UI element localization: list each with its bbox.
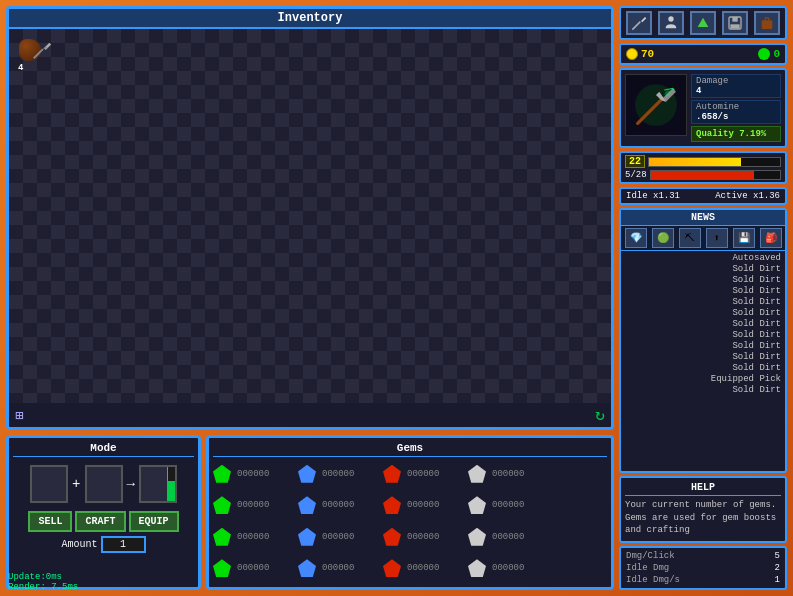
damage-value: 4 xyxy=(696,86,776,96)
gem-count-b2: 000000 xyxy=(322,500,377,510)
xp-level: 22 xyxy=(625,155,645,168)
progress-text: 5/28 xyxy=(625,170,647,180)
active-text: Active x1.36 xyxy=(715,191,780,201)
gem-count-b1: 000000 xyxy=(322,469,377,479)
bag-icon xyxy=(759,15,775,31)
mode-slot-left[interactable] xyxy=(30,465,68,503)
gem-white-3[interactable] xyxy=(468,528,486,546)
news-btn-gem[interactable]: 💎 xyxy=(625,228,647,248)
xp-bar-container: 22 xyxy=(625,155,781,168)
gems-title: Gems xyxy=(213,442,607,457)
news-item-1: Sold Dirt xyxy=(625,264,781,274)
gem-blue-2[interactable] xyxy=(298,496,316,514)
toolbar-person[interactable] xyxy=(658,11,684,35)
render-text: Render: 7.5ms xyxy=(8,582,78,592)
inventory-grid[interactable]: 4 xyxy=(9,29,611,403)
news-btn-circle[interactable]: 🟢 xyxy=(652,228,674,248)
inventory-bottom: ⊞ ↻ xyxy=(9,403,611,427)
sell-button[interactable]: SELL xyxy=(28,511,72,532)
gem-count-w1: 000000 xyxy=(492,469,547,479)
gem-count-g3: 000000 xyxy=(237,532,292,542)
news-item-0: Autosaved xyxy=(625,253,781,263)
news-btn-save[interactable]: 💾 xyxy=(733,228,755,248)
gem-count-b3: 000000 xyxy=(322,532,377,542)
pickaxe-large-icon xyxy=(631,80,681,130)
gem-stat: 0 xyxy=(758,48,780,60)
quality-label: Quality xyxy=(696,129,734,139)
news-btn-pick[interactable]: ⛏ xyxy=(679,228,701,248)
news-item-11: Equipped Pick xyxy=(625,374,781,384)
person-icon xyxy=(663,15,679,31)
bottom-stats: Dmg/Click 5 Idle Dmg 2 Idle Dmg/s 1 xyxy=(619,546,787,590)
gem-row-3: 000000 000000 000000 000000 xyxy=(213,528,607,546)
gem-green-2[interactable] xyxy=(213,496,231,514)
news-item-12: Sold Dirt xyxy=(625,385,781,395)
gem-red-4[interactable] xyxy=(383,559,401,577)
news-item-7: Sold Dirt xyxy=(625,330,781,340)
gem-red-1[interactable] xyxy=(383,465,401,483)
quality-value: 7.19% xyxy=(739,129,766,139)
equip-button[interactable]: EQUIP xyxy=(129,511,179,532)
mode-title: Mode xyxy=(13,442,194,457)
svg-line-0 xyxy=(34,49,43,58)
automine-value: .658/s xyxy=(696,112,776,122)
gem-row-1: 000000 000000 000000 000000 xyxy=(213,465,607,483)
craft-button[interactable]: CRAFT xyxy=(75,511,125,532)
mode-slot-right[interactable] xyxy=(139,465,177,503)
gem-stat-icon xyxy=(758,48,770,60)
toolbar-bag[interactable] xyxy=(754,11,780,35)
news-item-10: Sold Dirt xyxy=(625,363,781,373)
news-btn-up[interactable]: ⬆ xyxy=(706,228,728,248)
mode-buttons: SELL CRAFT EQUIP xyxy=(13,511,194,532)
toolbar-pickaxe[interactable] xyxy=(626,11,652,35)
gem-red-2[interactable] xyxy=(383,496,401,514)
gem-green-4[interactable] xyxy=(213,559,231,577)
gem-count-r3: 000000 xyxy=(407,532,462,542)
mode-arrow-right: → xyxy=(127,476,135,492)
item-display: Damage 4 Automine .658/s Quality 7.19% xyxy=(619,68,787,148)
inventory-box: Inventory 4 ⊞ ↻ xyxy=(6,6,614,430)
bstat-row-dmg-click: Dmg/Click 5 xyxy=(626,551,780,561)
news-item-5: Sold Dirt xyxy=(625,308,781,318)
idle-dmgs-value: 1 xyxy=(775,575,780,585)
gem-count-r1: 000000 xyxy=(407,469,462,479)
help-title: HELP xyxy=(625,482,781,496)
amount-input[interactable] xyxy=(101,536,146,553)
gem-green-3[interactable] xyxy=(213,528,231,546)
svg-rect-6 xyxy=(762,20,773,29)
news-log: Autosaved Sold Dirt Sold Dirt Sold Dirt … xyxy=(621,251,785,471)
idle-dmgs-label: Idle Dmg/s xyxy=(626,575,680,585)
news-item-2: Sold Dirt xyxy=(625,275,781,285)
gem-count-w4: 000000 xyxy=(492,563,547,573)
inventory-item[interactable]: 4 xyxy=(17,37,53,73)
gem-white-4[interactable] xyxy=(468,559,486,577)
gem-white-2[interactable] xyxy=(468,496,486,514)
gem-red-3[interactable] xyxy=(383,528,401,546)
gem-blue-4[interactable] xyxy=(298,559,316,577)
gem-white-1[interactable] xyxy=(468,465,486,483)
toolbar-up[interactable] xyxy=(690,11,716,35)
xp-section: 22 5/28 xyxy=(619,151,787,184)
gem-blue-1[interactable] xyxy=(298,465,316,483)
grid-icon: ⊞ xyxy=(15,407,23,424)
gem-count-b4: 000000 xyxy=(322,563,377,573)
gem-count-w3: 000000 xyxy=(492,532,547,542)
news-btn-bag[interactable]: 🎒 xyxy=(760,228,782,248)
gem-row-2: 000000 000000 000000 000000 xyxy=(213,496,607,514)
xp-bar-outer xyxy=(648,157,781,167)
refresh-icon: ↻ xyxy=(595,405,605,425)
automine-stat: Automine .658/s xyxy=(691,100,781,124)
toolbar-save[interactable] xyxy=(722,11,748,35)
gem-blue-3[interactable] xyxy=(298,528,316,546)
help-section: HELP Your current number of gems. Gems a… xyxy=(619,476,787,543)
mode-slot-middle[interactable] xyxy=(85,465,123,503)
svg-line-1 xyxy=(632,22,640,30)
gem-green-1[interactable] xyxy=(213,465,231,483)
footer-bar: Update:0ms Render: 7.5ms xyxy=(8,572,78,592)
progress-bar-section: 5/28 xyxy=(625,170,781,180)
gem-count-g4: 000000 xyxy=(237,563,292,573)
svg-rect-5 xyxy=(730,24,739,28)
save-icon xyxy=(727,15,743,31)
damage-label: Damage xyxy=(696,76,776,86)
bstat-row-idle-dmg: Idle Dmg 2 xyxy=(626,563,780,573)
